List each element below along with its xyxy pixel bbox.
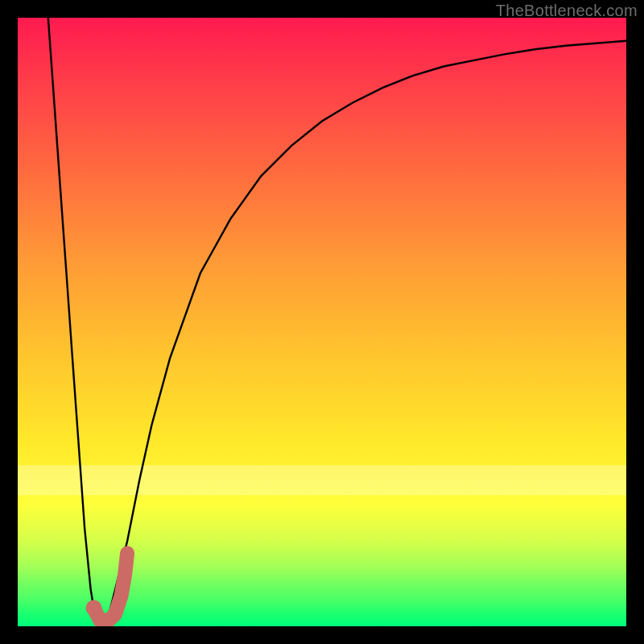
curve-layer — [18, 18, 626, 626]
bottleneck-curve — [48, 18, 626, 626]
chart-stage: TheBottleneck.com — [0, 0, 644, 644]
marker-dot — [86, 600, 102, 616]
plot-area — [18, 18, 626, 626]
